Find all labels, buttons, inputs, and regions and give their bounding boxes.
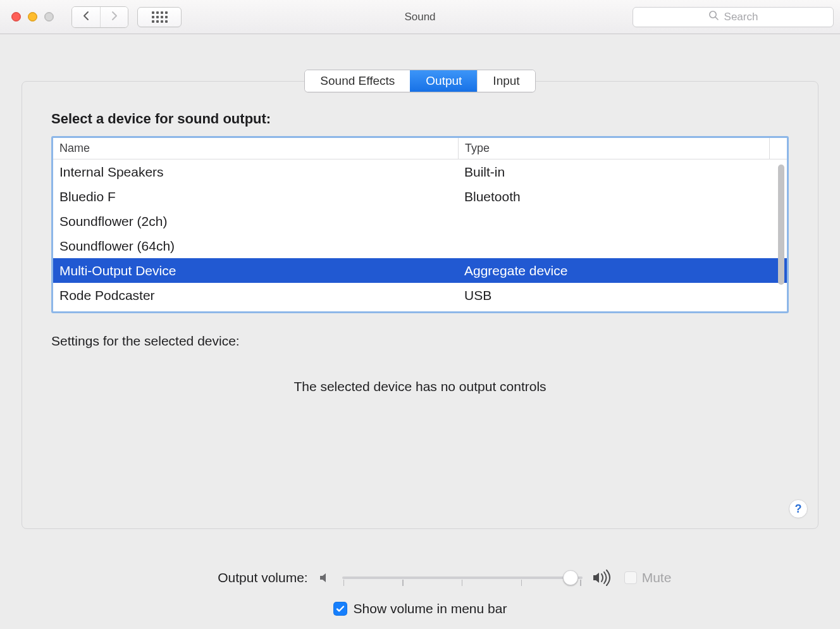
tab-input[interactable]: Input xyxy=(477,70,534,92)
show-volume-menubar-checkbox[interactable] xyxy=(333,602,347,616)
speaker-high-icon xyxy=(593,570,614,586)
show-volume-menubar-label: Show volume in menu bar xyxy=(354,601,507,616)
device-type: Built-in xyxy=(458,159,787,184)
device-type xyxy=(458,234,787,258)
preferences-body: Sound Effects Output Input Select a devi… xyxy=(0,34,840,629)
mute-checkbox[interactable] xyxy=(624,571,637,584)
tab-output[interactable]: Output xyxy=(410,70,477,92)
zoom-window-button-disabled xyxy=(44,12,54,22)
device-row[interactable]: Soundflower (64ch) xyxy=(53,234,787,258)
output-volume-label: Output volume: xyxy=(169,570,308,585)
mute-label: Mute xyxy=(642,570,672,585)
device-row[interactable]: Rode PodcasterUSB xyxy=(53,283,787,308)
titlebar: Sound Search xyxy=(0,0,840,34)
device-table: Name Type Internal SpeakersBuilt-inBlued… xyxy=(51,136,789,313)
apps-grid-icon xyxy=(152,11,168,23)
column-header-type[interactable]: Type xyxy=(458,138,769,159)
device-type: USB xyxy=(458,283,787,308)
forward-button[interactable] xyxy=(100,7,128,27)
help-icon: ? xyxy=(795,502,802,516)
device-row[interactable]: Internal SpeakersBuilt-in xyxy=(53,159,787,184)
column-gutter xyxy=(769,138,787,159)
device-name: Soundflower (64ch) xyxy=(53,234,458,258)
check-icon xyxy=(335,604,345,614)
device-table-header: Name Type xyxy=(53,138,787,159)
column-header-name[interactable]: Name xyxy=(53,138,458,159)
device-name: Soundflower (2ch) xyxy=(53,209,458,234)
search-icon xyxy=(708,10,719,24)
search-placeholder: Search xyxy=(724,11,758,23)
mute-control: Mute xyxy=(624,570,672,585)
footer: Output volume: Mute Show volume in men xyxy=(0,568,840,616)
device-type: Aggregate device xyxy=(458,258,787,283)
device-type xyxy=(458,209,787,234)
minimize-window-button[interactable] xyxy=(28,12,37,22)
output-panel: Select a device for sound output: Name T… xyxy=(22,81,818,529)
help-button[interactable]: ? xyxy=(789,499,808,518)
window-controls xyxy=(11,12,54,22)
close-window-button[interactable] xyxy=(11,12,21,22)
speaker-low-icon xyxy=(318,571,332,585)
device-name: Internal Speakers xyxy=(53,159,458,184)
device-row[interactable]: Multi-Output DeviceAggregate device xyxy=(53,258,787,283)
chevron-left-icon xyxy=(82,11,90,23)
device-name: Rode Podcaster xyxy=(53,283,458,308)
tab-bar: Sound Effects Output Input xyxy=(304,70,535,92)
tab-sound-effects[interactable]: Sound Effects xyxy=(305,70,410,92)
search-field[interactable]: Search xyxy=(633,7,834,27)
svg-line-1 xyxy=(715,17,718,20)
settings-for-device-label: Settings for the selected device: xyxy=(51,333,789,349)
output-volume-slider[interactable] xyxy=(342,568,583,587)
no-output-controls-message: The selected device has no output contro… xyxy=(51,379,789,394)
chevron-right-icon xyxy=(111,11,118,23)
device-row[interactable]: Soundflower (2ch) xyxy=(53,209,787,234)
device-row[interactable]: Bluedio FBluetooth xyxy=(53,184,787,209)
device-type: Bluetooth xyxy=(458,184,787,209)
device-name: Multi-Output Device xyxy=(53,258,458,283)
show-all-preferences-button[interactable] xyxy=(137,7,182,27)
device-table-scrollbar[interactable] xyxy=(777,163,786,308)
back-button[interactable] xyxy=(72,7,100,27)
select-device-label: Select a device for sound output: xyxy=(51,111,789,127)
nav-back-forward xyxy=(71,6,128,28)
device-name: Bluedio F xyxy=(53,184,458,209)
